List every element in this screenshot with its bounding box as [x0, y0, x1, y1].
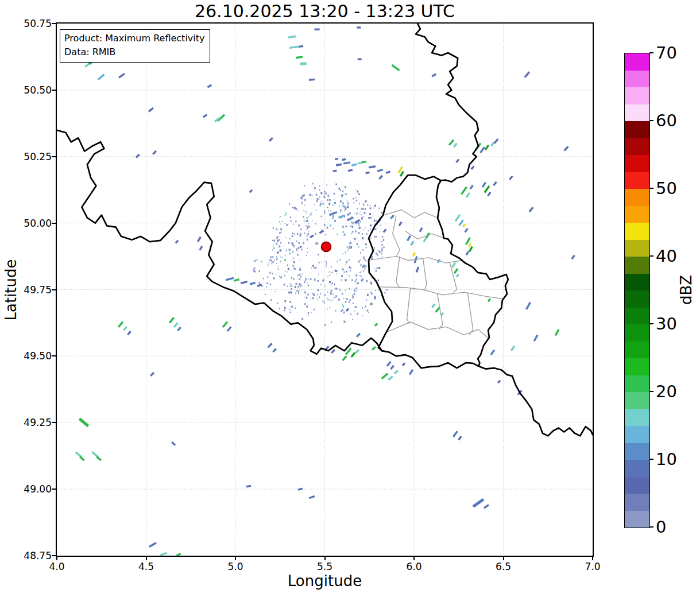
clutter-speckle [355, 306, 355, 307]
radar-echo [241, 281, 247, 283]
clutter-speckle [363, 204, 365, 206]
clutter-speckle [350, 242, 351, 244]
clutter-speckle [302, 273, 303, 274]
clutter-speckle [305, 225, 307, 226]
radar-echo [555, 329, 559, 335]
colorbar-tick-mark [649, 526, 653, 528]
clutter-speckle [335, 310, 336, 312]
x-tick-mark [146, 556, 147, 560]
clutter-speckle [272, 263, 272, 264]
radar-echo [346, 309, 349, 311]
clutter-speckle [328, 203, 330, 205]
clutter-speckle [340, 200, 342, 203]
x-tick-mark [413, 556, 415, 560]
radar-echo [466, 193, 470, 197]
clutter-speckle [377, 254, 378, 256]
clutter-speckle [378, 280, 379, 281]
clutter-speckle [308, 278, 309, 280]
radar-echo [257, 285, 262, 286]
annotation-product-line: Product: Maximum Reflectivity [64, 32, 204, 45]
clutter-speckle [285, 212, 287, 214]
y-tick-label: 50.00 [20, 218, 52, 229]
clutter-speckle [367, 204, 368, 206]
radar-echo [136, 154, 140, 158]
y-tick-mark [52, 23, 56, 24]
colorbar-tick-mark [649, 255, 653, 257]
clutter-speckle [265, 294, 266, 295]
clutter-speckle [374, 268, 375, 269]
clutter-speckle [320, 192, 322, 195]
y-tick-label: 50.25 [20, 151, 52, 162]
clutter-speckle [296, 241, 297, 242]
clutter-speckle [350, 226, 351, 227]
clutter-speckle [326, 265, 327, 266]
clutter-speckle [270, 256, 272, 258]
clutter-speckle [363, 216, 364, 217]
clutter-speckle [342, 195, 343, 196]
radar-echo [481, 147, 485, 153]
radar-echo [484, 505, 489, 508]
clutter-speckle [334, 199, 334, 200]
clutter-speckle [292, 260, 292, 261]
colorbar-segment [625, 104, 649, 122]
clutter-speckle [308, 285, 309, 286]
clutter-speckle [281, 232, 282, 233]
radar-echo [366, 172, 370, 173]
clutter-speckle [352, 226, 354, 227]
clutter-speckle [359, 259, 361, 261]
clutter-speckle [325, 193, 326, 195]
colorbar-segment [625, 409, 649, 427]
radar-echo [310, 235, 314, 238]
clutter-speckle [341, 195, 342, 196]
clutter-speckle [279, 276, 280, 277]
clutter-speckle [276, 256, 277, 257]
clutter-speckle [332, 217, 334, 219]
clutter-speckle [361, 214, 362, 215]
y-tick-label: 48.75 [20, 550, 52, 561]
clutter-speckle [374, 205, 376, 207]
radar-echo [296, 57, 303, 58]
clutter-speckle [300, 197, 302, 199]
radar-echo [403, 363, 405, 366]
clutter-speckle [308, 223, 309, 224]
radar-echo [357, 334, 360, 337]
y-tick-mark [52, 90, 56, 91]
radar-echo [124, 327, 127, 330]
clutter-speckle [279, 221, 280, 222]
radar-echo [492, 142, 494, 146]
clutter-speckle [361, 218, 363, 219]
clutter-speckle [324, 302, 325, 303]
clutter-speckle [306, 305, 308, 308]
colorbar [624, 53, 650, 528]
clutter-speckle [367, 294, 369, 296]
colorbar-tick-label: 0 [656, 517, 696, 537]
clutter-speckle [378, 289, 380, 290]
clutter-speckle [288, 292, 290, 293]
clutter-speckle [330, 211, 331, 212]
clutter-speckle [304, 291, 305, 292]
y-tick-label: 49.50 [20, 350, 52, 362]
clutter-speckle [304, 185, 305, 187]
clutter-speckle [335, 295, 337, 297]
colorbar-segment [625, 308, 649, 325]
clutter-speckle [311, 312, 312, 313]
radar-echo [392, 65, 399, 70]
clutter-speckle [332, 215, 334, 218]
clutter-speckle [363, 257, 365, 259]
clutter-speckle [299, 278, 300, 280]
clutter-speckle [340, 211, 341, 212]
clutter-speckle [300, 276, 301, 277]
clutter-speckle [332, 282, 333, 284]
clutter-speckle [306, 297, 307, 298]
clutter-speckle [362, 315, 363, 316]
clutter-speckle [359, 275, 360, 276]
clutter-speckle [318, 254, 319, 255]
clutter-speckle [327, 276, 328, 277]
clutter-speckle [330, 224, 331, 227]
country-border-path [436, 181, 508, 367]
clutter-speckle [341, 275, 343, 277]
clutter-speckle [347, 207, 347, 208]
y-tick-label: 49.75 [20, 284, 52, 296]
clutter-speckle [365, 243, 367, 246]
clutter-speckle [375, 204, 376, 205]
